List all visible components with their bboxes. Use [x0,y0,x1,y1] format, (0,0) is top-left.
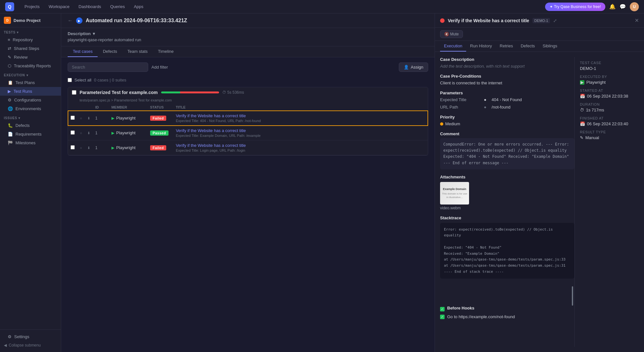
row-drag-2[interactable]: ⬇ [87,146,90,150]
case-description-section: Case Description Add the test descriptio… [440,57,574,69]
main-layout: D Demo Project TESTS ▾ ≡ Repository ⇄ Sh… [0,14,644,352]
sidebar-item-milestones[interactable]: 🏁 Milestones [0,138,61,147]
panel-tab-retries[interactable]: Retries [496,41,517,52]
sidebar-item-traceability[interactable]: ⬡ Traceability Reports [0,62,61,70]
run-icon: ▶ [76,17,82,24]
sidebar-item-repository[interactable]: ≡ Repository [0,35,61,44]
scrollbar-area [440,284,574,306]
case-preconditions-title: Case Pre-Conditions [440,74,574,79]
case-preconditions-text: Client is connected to the internet [440,81,574,85]
hooks-row-0: ✓ Before Hooks [440,306,574,312]
hook-item-text-0: Go to https://example.com/not-found [447,314,515,319]
try-business-button[interactable]: ✦ Try Qase Business for free! [545,3,605,11]
sidebar-item-test-plans[interactable]: 📋 Test Plans [0,78,61,87]
scrollbar-thumb[interactable] [572,286,573,306]
project-header[interactable]: D Demo Project [0,14,61,27]
panel-tab-siblings[interactable]: Siblings [539,41,561,52]
panel-tabs: Execution Run History Retries Defects Si… [435,41,644,52]
sidebar-item-configurations[interactable]: ⚙ Configurations [0,96,61,104]
back-button[interactable]: ← [68,18,73,24]
chat-icon[interactable]: 💬 [620,4,626,10]
notifications-icon[interactable]: 🔔 [609,4,616,10]
suite-checkbox[interactable] [72,90,76,95]
row-checkbox-1[interactable] [71,130,75,135]
project-icon: D [4,17,11,24]
sidebar-item-settings[interactable]: ⚙ Settings [0,332,61,341]
row-drag-1[interactable]: ⬇ [87,131,90,135]
tests-section-label[interactable]: TESTS ▾ [0,27,61,35]
nav-projects[interactable]: Projects [21,3,43,10]
row-title-1[interactable]: Verify if the Website has a correct titl… [176,128,425,133]
assign-button[interactable]: 👤 Assign [399,62,428,72]
nav-items: Projects Workspace Dashboards Queries Ap… [21,3,147,10]
suite-name: Parameterized Test for example.com [80,90,158,95]
row-member-0: ▶ Playwright [111,116,145,120]
attachment-name-0: video.webm [440,206,469,210]
duration-label: Duration [580,102,634,106]
row-subtitle-0: Expected Title: 404 - Not Found, URL Pat… [176,119,425,123]
priority-dot [440,122,443,126]
parameters-title: Parameters [440,90,574,95]
issues-section-label[interactable]: ISSUES ▾ [0,113,61,121]
panel-header: Verify if the Website has a correct titl… [435,14,644,28]
tab-timeline[interactable]: Timeline [153,46,179,57]
description-text: playwright-qase-reporter automated run [68,37,428,42]
panel-tab-defects[interactable]: Defects [517,41,539,52]
search-input[interactable] [68,62,148,72]
nav-dashboards[interactable]: Dashboards [75,3,105,10]
tab-defects[interactable]: Defects [98,46,122,57]
content-header: ← ▶ Automated run 2024-09-06T16:33:33.42… [61,14,435,28]
close-icon[interactable]: ✕ [635,17,639,24]
mute-button[interactable]: 🔇 Mute [440,30,463,38]
row-expand-2[interactable]: ○ [80,146,82,150]
nav-apps[interactable]: Apps [130,3,147,10]
add-filter-button[interactable]: Add filter [151,65,168,70]
row-expand-0[interactable]: ○ [80,116,82,120]
row-checkbox-0[interactable] [71,116,75,120]
hook-check-icon: ✓ [440,307,445,311]
row-title-2[interactable]: Verify if the Website has a correct titl… [176,143,425,148]
avatar[interactable]: U [630,2,639,11]
panel-tab-execution[interactable]: Execution [440,41,466,52]
project-name: Demo Project [14,18,41,23]
maximize-icon[interactable]: ⤢ [553,18,557,23]
execution-section-label[interactable]: EXECUTION ▾ [0,70,61,78]
panel-tab-run-history[interactable]: Run History [466,41,496,52]
right-panel: Verify if the Website has a correct titl… [435,14,644,352]
row-subtitle-2: Expected Title: Login page, URL Path: /l… [176,148,425,152]
top-nav: Q Projects Workspace Dashboards Queries … [0,0,644,14]
table-row[interactable]: ○ ⬇ 1 ▶ Playwright Passed Verify if the … [68,126,428,140]
sidebar-item-environments[interactable]: 🌐 Environments [0,104,61,113]
sidebar-item-defects[interactable]: 🐛 Defects [0,121,61,130]
sidebar-item-review[interactable]: ✎ Review [0,53,61,62]
select-all-checkbox[interactable] [68,78,72,82]
sidebar-item-test-runs[interactable]: ▶ Test Runs [0,87,61,96]
sidebar-item-requirements[interactable]: 📄 Requirements [0,130,61,138]
member-icon-1: ▶ [111,131,114,135]
hook-item-check-0: ✓ [440,315,445,319]
suite-row: Parameterized Test for example.com ⏱ 5s … [68,87,428,156]
row-title-0[interactable]: Verify if the Website has a correct titl… [176,113,425,118]
content-body: Add filter 👤 Assign Select all 0 cases |… [61,57,435,352]
case-preconditions-section: Case Pre-Conditions Client is connected … [440,74,574,85]
table-row[interactable]: ○ ⬇ 1 ▶ Playwright Failed Verify if the … [68,111,428,126]
row-expand-1[interactable]: ○ [80,131,82,135]
row-drag-0[interactable]: ⬇ [87,116,90,120]
panel-main-content: Case Description Add the test descriptio… [440,57,574,347]
progress-bar [161,91,219,93]
scrollbar-track[interactable] [572,286,573,306]
nav-workspace[interactable]: Workspace [45,3,73,10]
before-hooks-title: Before Hooks [447,306,475,310]
description-section: Description ▾ playwright-qase-reporter a… [61,28,435,46]
test-table: ID MEMBER STATUS TITLE ○ ⬇ 1 ▶ Playwrigh… [68,104,428,155]
tab-team-stats[interactable]: Team stats [122,46,153,57]
nav-queries[interactable]: Queries [106,3,129,10]
member-icon-2: ▶ [111,146,114,150]
collapse-submenu-button[interactable]: ◀ Collapse submenu [0,341,61,349]
row-checkbox-2[interactable] [71,145,75,149]
table-row[interactable]: ○ ⬇ 1 ▶ Playwright Failed Verify if the … [68,140,428,155]
sidebar-item-shared-steps[interactable]: ⇄ Shared Steps [0,44,61,53]
tab-test-cases[interactable]: Test cases [68,46,98,57]
toolbar: Add filter 👤 Assign [68,62,428,72]
duration-value: ⏱ 1s 717ms [580,108,634,112]
